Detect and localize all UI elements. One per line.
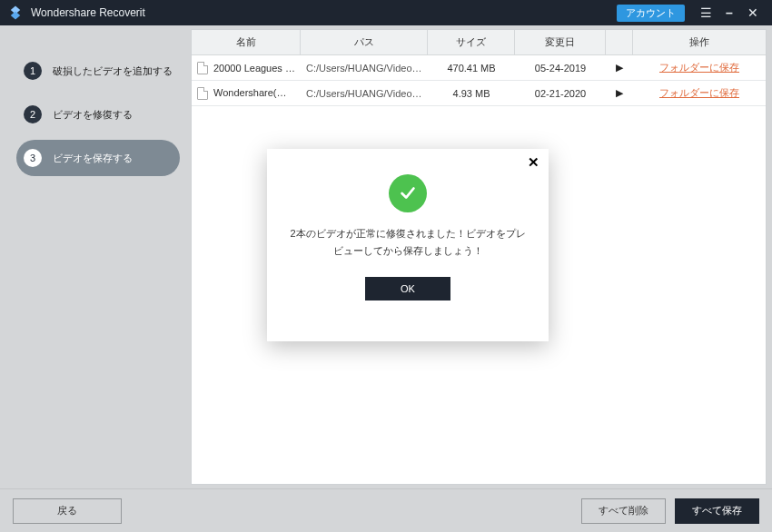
sidebar-step-2[interactable]: 2 ビデオを修復する <box>16 96 180 133</box>
sidebar-step-1[interactable]: 1 破損したビデオを追加する <box>16 53 180 89</box>
step-label: 破損したビデオを追加する <box>53 64 173 78</box>
col-header-path: パス <box>301 30 428 54</box>
checkmark-icon <box>389 174 427 212</box>
account-button[interactable]: アカウント <box>617 5 685 22</box>
file-icon <box>197 87 208 100</box>
cell-size: 470.41 MB <box>447 63 495 74</box>
col-header-play <box>606 30 633 54</box>
step-label: ビデオを保存する <box>53 152 133 165</box>
app-logo-icon <box>7 5 24 21</box>
save-all-button[interactable]: すべて保存 <box>675 498 759 524</box>
back-button[interactable]: 戻る <box>13 498 122 524</box>
titlebar: Wondershare Recoverit アカウント ☰ – ✕ <box>0 0 772 25</box>
cell-date: 05-24-2019 <box>535 63 586 74</box>
close-icon[interactable]: ✕ <box>528 154 539 171</box>
success-modal: ✕ 2本のビデオが正常に修復されました！ビデオをプレビューしてから保存しましょう… <box>267 149 549 341</box>
cell-name: 20000 Leagues Und... <box>213 63 295 74</box>
cell-path: C:/Users/HUANG/Videos/20... <box>306 63 422 74</box>
cell-date: 02-21-2020 <box>535 88 586 99</box>
sidebar-step-3[interactable]: 3 ビデオを保存する <box>16 140 180 176</box>
window-title: Wondershare Recoverit <box>31 6 617 19</box>
cell-name: Wondershare(ワンダ... <box>213 86 295 100</box>
close-window-icon[interactable]: ✕ <box>741 5 765 20</box>
file-icon <box>197 62 208 74</box>
minimize-icon[interactable]: – <box>718 5 741 20</box>
cell-size: 4.93 MB <box>453 88 490 99</box>
play-button[interactable]: ▶ <box>606 81 633 105</box>
col-header-date: 変更日 <box>515 30 606 54</box>
save-to-folder-link[interactable]: フォルダーに保存 <box>659 61 739 74</box>
save-to-folder-link[interactable]: フォルダーに保存 <box>659 86 739 100</box>
table-row: 20000 Leagues Und... C:/Users/HUANG/Vide… <box>192 55 766 81</box>
ok-button[interactable]: OK <box>365 277 450 300</box>
table-row: Wondershare(ワンダ... C:/Users/HUANG/Videos… <box>192 81 766 106</box>
table-header: 名前 パス サイズ 変更日 操作 <box>192 30 766 55</box>
footer: 戻る すべて削除 すべて保存 <box>0 488 772 532</box>
step-number: 3 <box>24 149 42 167</box>
modal-message: 2本のビデオが正常に修復されました！ビデオをプレビューしてから保存しましょう！ <box>267 225 549 259</box>
sidebar: 1 破損したビデオを追加する 2 ビデオを修復する 3 ビデオを保存する <box>0 25 191 488</box>
step-number: 1 <box>24 62 42 80</box>
play-button[interactable]: ▶ <box>606 55 633 80</box>
delete-all-button[interactable]: すべて削除 <box>581 498 666 524</box>
col-header-name: 名前 <box>192 30 301 54</box>
col-header-size: サイズ <box>428 30 515 54</box>
col-header-op: 操作 <box>633 30 766 54</box>
step-number: 2 <box>24 105 42 123</box>
menu-icon[interactable]: ☰ <box>694 5 718 20</box>
step-label: ビデオを修復する <box>53 108 133 122</box>
cell-path: C:/Users/HUANG/Videos/Ca... <box>306 88 422 99</box>
